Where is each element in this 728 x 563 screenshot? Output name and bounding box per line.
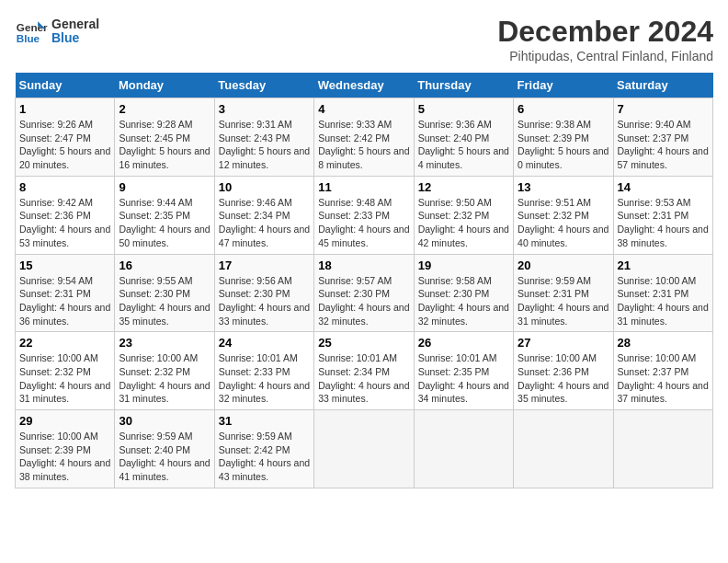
daylight: Daylight: 4 hours and 35 minutes. <box>119 302 210 327</box>
sunset: Sunset: 2:31 PM <box>518 288 589 299</box>
sunrise: Sunrise: 9:53 AM <box>618 197 691 208</box>
logo-general: General <box>51 17 99 31</box>
day-info: Sunrise: 10:00 AM Sunset: 2:39 PM Daylig… <box>19 430 110 484</box>
calendar-cell: 10 Sunrise: 9:46 AM Sunset: 2:34 PM Dayl… <box>214 176 313 254</box>
day-number: 18 <box>318 259 409 272</box>
sunrise: Sunrise: 9:40 AM <box>618 119 691 130</box>
daylight: Daylight: 5 hours and 0 minutes. <box>518 145 609 170</box>
calendar-cell: 19 Sunrise: 9:58 AM Sunset: 2:30 PM Dayl… <box>414 254 513 332</box>
sunset: Sunset: 2:42 PM <box>318 132 390 144</box>
day-info: Sunrise: 10:00 AM Sunset: 2:32 PM Daylig… <box>119 351 210 406</box>
sunset: Sunset: 2:39 PM <box>19 444 91 455</box>
column-header-monday: Monday <box>115 73 214 98</box>
day-info: Sunrise: 9:59 AM Sunset: 2:31 PM Dayligh… <box>518 274 609 328</box>
daylight: Daylight: 5 hours and 8 minutes. <box>318 145 409 170</box>
sunset: Sunset: 2:39 PM <box>518 132 589 144</box>
sunrise: Sunrise: 9:56 AM <box>219 275 292 286</box>
column-header-tuesday: Tuesday <box>214 73 313 98</box>
sunrise: Sunrise: 10:00 AM <box>19 431 98 442</box>
calendar-cell: 23 Sunrise: 10:00 AM Sunset: 2:32 PM Day… <box>115 332 214 410</box>
main-title: December 2024 <box>497 15 713 49</box>
subtitle: Pihtipudas, Central Finland, Finland <box>497 49 713 63</box>
calendar-week-4: 22 Sunrise: 10:00 AM Sunset: 2:32 PM Day… <box>16 332 713 410</box>
calendar-cell: 29 Sunrise: 10:00 AM Sunset: 2:39 PM Day… <box>16 410 115 488</box>
day-number: 25 <box>318 336 409 350</box>
sunrise: Sunrise: 9:46 AM <box>219 197 292 208</box>
day-number: 12 <box>418 180 509 194</box>
day-number: 7 <box>618 102 709 116</box>
day-info: Sunrise: 9:38 AM Sunset: 2:39 PM Dayligh… <box>518 118 609 172</box>
daylight: Daylight: 4 hours and 31 minutes. <box>19 380 110 405</box>
day-number: 15 <box>19 259 110 272</box>
svg-text:Blue: Blue <box>17 32 40 44</box>
daylight: Daylight: 4 hours and 31 minutes. <box>518 302 609 327</box>
calendar-cell: 22 Sunrise: 10:00 AM Sunset: 2:32 PM Day… <box>16 332 115 410</box>
calendar-cell <box>514 410 613 488</box>
calendar-cell: 5 Sunrise: 9:36 AM Sunset: 2:40 PM Dayli… <box>414 98 513 177</box>
title-block: December 2024 Pihtipudas, Central Finlan… <box>497 15 713 63</box>
daylight: Daylight: 4 hours and 53 minutes. <box>19 224 110 248</box>
day-info: Sunrise: 9:28 AM Sunset: 2:45 PM Dayligh… <box>119 118 210 172</box>
column-header-saturday: Saturday <box>613 73 712 98</box>
sunrise: Sunrise: 9:59 AM <box>518 275 591 286</box>
sunset: Sunset: 2:37 PM <box>618 366 689 377</box>
calendar-cell: 30 Sunrise: 9:59 AM Sunset: 2:40 PM Dayl… <box>115 410 214 488</box>
sunrise: Sunrise: 9:57 AM <box>318 275 392 286</box>
sunset: Sunset: 2:34 PM <box>219 210 290 221</box>
day-info: Sunrise: 9:56 AM Sunset: 2:30 PM Dayligh… <box>219 274 310 328</box>
day-number: 10 <box>219 180 310 194</box>
day-info: Sunrise: 9:51 AM Sunset: 2:32 PM Dayligh… <box>518 196 609 250</box>
day-number: 14 <box>618 180 709 194</box>
sunset: Sunset: 2:42 PM <box>219 444 290 455</box>
day-number: 31 <box>219 414 310 428</box>
calendar-cell <box>314 410 414 488</box>
daylight: Daylight: 4 hours and 45 minutes. <box>318 224 409 248</box>
calendar-week-3: 15 Sunrise: 9:54 AM Sunset: 2:31 PM Dayl… <box>16 254 713 332</box>
calendar-cell: 4 Sunrise: 9:33 AM Sunset: 2:42 PM Dayli… <box>314 98 414 177</box>
day-info: Sunrise: 9:50 AM Sunset: 2:32 PM Dayligh… <box>418 196 509 250</box>
daylight: Daylight: 4 hours and 31 minutes. <box>618 302 709 327</box>
daylight: Daylight: 5 hours and 4 minutes. <box>418 145 509 170</box>
sunset: Sunset: 2:30 PM <box>119 288 190 299</box>
day-number: 16 <box>119 259 210 272</box>
sunrise: Sunrise: 9:54 AM <box>19 275 93 286</box>
day-number: 4 <box>318 102 409 116</box>
day-info: Sunrise: 10:00 AM Sunset: 2:32 PM Daylig… <box>19 351 110 406</box>
sunset: Sunset: 2:34 PM <box>318 366 390 377</box>
day-info: Sunrise: 9:36 AM Sunset: 2:40 PM Dayligh… <box>418 118 509 172</box>
sunrise: Sunrise: 10:00 AM <box>119 352 198 363</box>
calendar-cell: 17 Sunrise: 9:56 AM Sunset: 2:30 PM Dayl… <box>214 254 313 332</box>
sunrise: Sunrise: 9:28 AM <box>119 119 192 130</box>
column-header-sunday: Sunday <box>16 73 115 98</box>
calendar-cell: 24 Sunrise: 10:01 AM Sunset: 2:33 PM Day… <box>214 332 313 410</box>
sunrise: Sunrise: 10:00 AM <box>618 352 697 363</box>
sunset: Sunset: 2:32 PM <box>119 366 190 377</box>
day-info: Sunrise: 10:00 AM Sunset: 2:31 PM Daylig… <box>618 274 709 328</box>
calendar-week-2: 8 Sunrise: 9:42 AM Sunset: 2:36 PM Dayli… <box>16 176 713 254</box>
daylight: Daylight: 4 hours and 32 minutes. <box>318 302 409 327</box>
sunset: Sunset: 2:31 PM <box>618 288 689 299</box>
sunset: Sunset: 2:32 PM <box>418 210 490 221</box>
sunrise: Sunrise: 9:42 AM <box>19 197 93 208</box>
daylight: Daylight: 5 hours and 12 minutes. <box>219 145 310 170</box>
day-number: 29 <box>19 414 110 428</box>
column-header-wednesday: Wednesday <box>314 73 414 98</box>
day-number: 13 <box>518 180 609 194</box>
sunrise: Sunrise: 9:33 AM <box>318 119 392 130</box>
sunset: Sunset: 2:33 PM <box>219 366 290 377</box>
sunrise: Sunrise: 9:50 AM <box>418 197 492 208</box>
day-info: Sunrise: 9:54 AM Sunset: 2:31 PM Dayligh… <box>19 274 110 328</box>
day-number: 26 <box>418 336 509 350</box>
header: General Blue General Blue December 2024 … <box>15 15 713 63</box>
calendar-cell <box>613 410 712 488</box>
sunrise: Sunrise: 9:44 AM <box>119 197 192 208</box>
sunset: Sunset: 2:43 PM <box>219 132 290 144</box>
day-info: Sunrise: 9:59 AM Sunset: 2:42 PM Dayligh… <box>219 430 310 484</box>
calendar-cell: 16 Sunrise: 9:55 AM Sunset: 2:30 PM Dayl… <box>115 254 214 332</box>
sunrise: Sunrise: 9:55 AM <box>119 275 192 286</box>
calendar-body: 1 Sunrise: 9:26 AM Sunset: 2:47 PM Dayli… <box>16 98 713 488</box>
daylight: Daylight: 4 hours and 47 minutes. <box>219 224 310 248</box>
day-number: 30 <box>119 414 210 428</box>
daylight: Daylight: 4 hours and 35 minutes. <box>518 380 609 405</box>
sunrise: Sunrise: 10:01 AM <box>418 352 497 363</box>
